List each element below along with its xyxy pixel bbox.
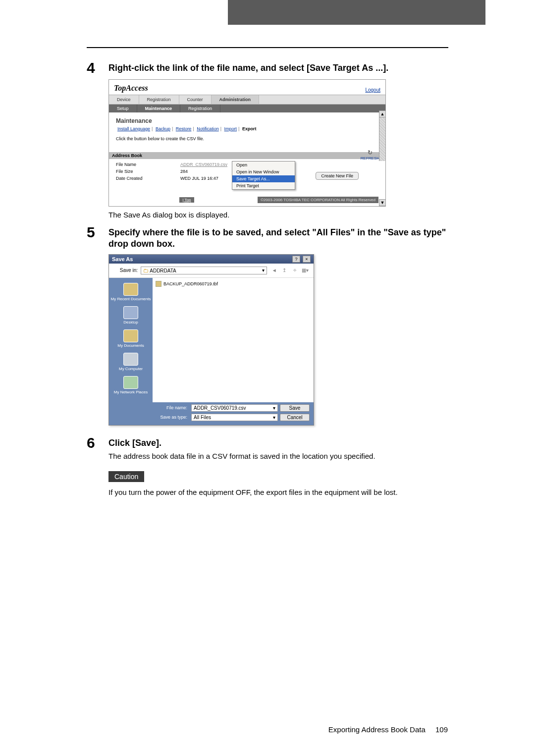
link-import[interactable]: Import bbox=[224, 126, 237, 131]
savetype-dropdown[interactable]: All Files ▾ bbox=[191, 414, 278, 421]
help-icon[interactable]: ? bbox=[292, 256, 300, 263]
place-mycomputer[interactable]: My Computer bbox=[109, 353, 153, 371]
header-dark-band bbox=[228, 0, 485, 25]
filename-label: File Name bbox=[116, 162, 180, 167]
topaccess-window: TopAccess Logout Device Registration Cou… bbox=[108, 79, 386, 207]
subtab-registration[interactable]: Registration bbox=[180, 105, 220, 112]
scroll-up-icon[interactable]: ▲ bbox=[379, 110, 386, 117]
step-number: 6 bbox=[87, 435, 108, 450]
save-in-dropdown[interactable]: 🗀 ADDRDATA ▾ bbox=[141, 267, 267, 274]
copyright-text: ©2003-2006 TOSHIBA TEC CORPORATION All R… bbox=[258, 197, 378, 203]
new-folder-icon[interactable]: ✧ bbox=[290, 268, 299, 273]
up-icon[interactable]: ↥ bbox=[280, 268, 289, 273]
folder-icon: 🗀 bbox=[143, 268, 149, 273]
top-link-label: Top bbox=[185, 198, 191, 202]
step-number: 5 bbox=[87, 225, 108, 240]
refresh-label: REFRESH bbox=[361, 156, 379, 161]
scroll-down-icon[interactable]: ▼ bbox=[379, 199, 386, 206]
view-menu-icon[interactable]: ▦▾ bbox=[301, 268, 310, 273]
place-label: My Computer bbox=[109, 367, 153, 371]
tab-device[interactable]: Device bbox=[109, 95, 139, 105]
scrollbar-track[interactable] bbox=[379, 117, 386, 161]
place-recent[interactable]: My Recent Documents bbox=[109, 283, 153, 301]
place-label: My Network Places bbox=[109, 390, 153, 394]
top-link[interactable]: | Top bbox=[179, 197, 194, 203]
maintenance-heading: Maintenance bbox=[116, 117, 378, 124]
link-restore[interactable]: Restore bbox=[176, 126, 192, 131]
cm-open-new-window[interactable]: Open in New Window bbox=[232, 168, 295, 175]
create-new-file-button[interactable]: Create New File bbox=[316, 172, 359, 180]
cm-save-target-as[interactable]: Save Target As... bbox=[232, 175, 295, 182]
step-6: 6 Click [Save]. The address book data fi… bbox=[87, 435, 448, 461]
subtab-setup[interactable]: Setup bbox=[109, 105, 137, 112]
main-tabs: Device Registration Counter Administrati… bbox=[109, 95, 385, 105]
address-book-header: Address Book bbox=[109, 152, 385, 159]
refresh-link[interactable]: ↻ REFRESH bbox=[361, 149, 379, 161]
dialog-title: Save As bbox=[112, 256, 133, 262]
save-as-dialog: Save As ? × Save in: 🗀 ADDRDATA ▾ ◄ ↥ ✧ … bbox=[108, 254, 314, 426]
step-5: 5 Specify where the file is to be saved,… bbox=[87, 225, 448, 250]
save-in-value: ADDRDATA bbox=[150, 268, 176, 273]
page-footer: Exporting Address Book Data 109 bbox=[328, 725, 448, 734]
step-4: 4 Right-click the link of the file name,… bbox=[87, 60, 448, 75]
refresh-icon: ↻ bbox=[361, 149, 379, 156]
page-number: 109 bbox=[435, 725, 448, 734]
subtab-maintenance[interactable]: Maintenance bbox=[137, 105, 181, 112]
step-4-result: The Save As dialog box is displayed. bbox=[108, 210, 448, 220]
places-bar: My Recent Documents Desktop My Documents… bbox=[109, 278, 153, 402]
page-content: 4 Right-click the link of the file name,… bbox=[87, 47, 448, 502]
file-entry[interactable]: BACKUP_ADDR060719.tbf bbox=[156, 281, 311, 287]
step-number: 4 bbox=[87, 60, 108, 75]
filename-input[interactable]: ADDR_CSV060719.csv ▾ bbox=[191, 404, 278, 412]
back-icon[interactable]: ◄ bbox=[270, 268, 279, 273]
file-entry-name: BACKUP_ADDR060719.tbf bbox=[163, 281, 218, 286]
sub-tabs: Setup Maintenance Registration bbox=[109, 105, 385, 112]
filesize-label: File Size bbox=[116, 169, 180, 174]
close-icon[interactable]: × bbox=[303, 256, 311, 263]
place-label: My Recent Documents bbox=[109, 297, 153, 301]
place-label: My Documents bbox=[109, 343, 153, 348]
filesize-value: 284 bbox=[180, 169, 240, 174]
chevron-down-icon: ▾ bbox=[262, 268, 265, 273]
maintenance-links: Install Language| Backup| Restore| Notif… bbox=[116, 126, 378, 131]
link-notification[interactable]: Notification bbox=[197, 126, 219, 131]
nav-icons: ◄ ↥ ✧ ▦▾ bbox=[270, 268, 310, 273]
place-mynetwork[interactable]: My Network Places bbox=[109, 376, 153, 394]
instruction-text: Click the button below to create the CSV… bbox=[116, 136, 378, 141]
savetype-label: Save as type: bbox=[155, 415, 189, 420]
tab-counter[interactable]: Counter bbox=[179, 95, 212, 105]
date-label: Date Created bbox=[116, 176, 180, 181]
save-button[interactable]: Save bbox=[280, 404, 310, 412]
file-icon bbox=[156, 281, 161, 287]
step-title: Right-click the link of the file name, a… bbox=[108, 60, 388, 74]
cm-print-target[interactable]: Print Target bbox=[232, 182, 295, 189]
tab-registration[interactable]: Registration bbox=[139, 95, 179, 105]
link-install-language[interactable]: Install Language bbox=[117, 126, 150, 131]
date-value: WED JUL 19 16:47 bbox=[180, 176, 240, 181]
link-export[interactable]: Export bbox=[242, 126, 257, 131]
place-label: Desktop bbox=[109, 320, 153, 324]
footer-text: Exporting Address Book Data bbox=[328, 725, 426, 734]
file-list-area[interactable]: BACKUP_ADDR060719.tbf bbox=[153, 278, 314, 402]
cm-open[interactable]: Open bbox=[232, 162, 295, 168]
step-title: Click [Save]. bbox=[108, 435, 375, 449]
place-mydocs[interactable]: My Documents bbox=[109, 329, 153, 348]
caution-text: If you turn the power of the equipment O… bbox=[108, 487, 448, 497]
logout-link[interactable]: Logout bbox=[365, 87, 380, 93]
link-backup[interactable]: Backup bbox=[156, 126, 170, 131]
filename-link[interactable]: ADDR_CSV060719.csv bbox=[180, 162, 240, 167]
step-title: Specify where the file is to be saved, a… bbox=[108, 225, 448, 250]
topaccess-logo: TopAccess bbox=[114, 84, 148, 93]
filename-label: File name: bbox=[155, 405, 189, 410]
caution-badge: Caution bbox=[108, 471, 144, 482]
save-in-label: Save in: bbox=[113, 268, 138, 273]
savetype-value: All Files bbox=[194, 415, 211, 420]
filename-value: ADDR_CSV060719.csv bbox=[194, 405, 246, 411]
place-desktop[interactable]: Desktop bbox=[109, 306, 153, 324]
tab-administration[interactable]: Administration bbox=[212, 95, 260, 105]
step-body: The address book data file in a CSV form… bbox=[108, 451, 375, 461]
chevron-down-icon: ▾ bbox=[273, 415, 275, 420]
context-menu: Open Open in New Window Save Target As..… bbox=[232, 161, 295, 190]
cancel-button[interactable]: Cancel bbox=[280, 414, 310, 421]
chevron-down-icon: ▾ bbox=[273, 405, 275, 411]
